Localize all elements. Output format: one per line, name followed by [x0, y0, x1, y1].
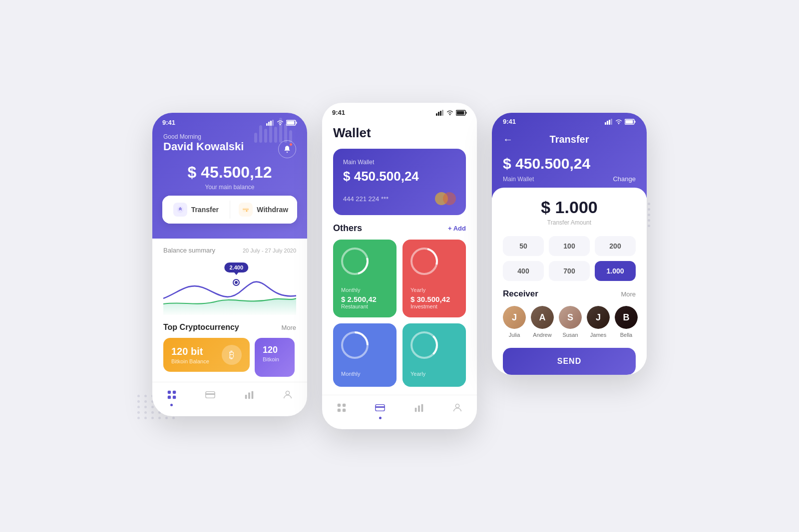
- svg-rect-15: [173, 396, 176, 399]
- status-time-1: 9:41: [162, 119, 175, 126]
- receiver-name-bella: Bella: [620, 332, 632, 338]
- receiver-more[interactable]: More: [621, 290, 636, 298]
- transfer-change-button[interactable]: Change: [613, 175, 636, 183]
- svg-point-21: [286, 391, 290, 395]
- bitcoin-icon: ₿: [222, 345, 242, 365]
- wifi-icon-2: [446, 110, 453, 116]
- svg-rect-23: [438, 112, 439, 116]
- receiver-bella[interactable]: B Bella: [615, 306, 638, 338]
- transfer-svg: [176, 206, 184, 214]
- svg-rect-30: [338, 404, 341, 407]
- monthly-label: Monthly: [341, 287, 389, 293]
- amount-chip-700[interactable]: 700: [549, 261, 590, 281]
- phone-wallet: 9:41: [322, 103, 477, 429]
- add-button[interactable]: + Add: [448, 225, 466, 232]
- wallet-item-yearly-investment[interactable]: Yearly $ 30.500,42 Investment: [402, 240, 466, 317]
- avatar-susan: S: [559, 306, 582, 329]
- monthly-ring-2: [341, 331, 369, 359]
- battery-icon-3: [625, 119, 636, 125]
- crypto-header: Top Cryptocurrency More: [163, 323, 296, 332]
- amount-chip-1000[interactable]: 1.000: [595, 261, 636, 281]
- bitcoin-card: 120 bit Bitkoin Balance ₿: [163, 338, 250, 372]
- yearly-ring-2: [410, 331, 438, 359]
- receiver-james[interactable]: J James: [587, 306, 610, 338]
- crypto-more[interactable]: More: [281, 324, 296, 331]
- nav-chart[interactable]: [244, 389, 255, 406]
- nav-card-2[interactable]: [375, 402, 386, 419]
- wallet-card-number: 444 221 224 ***: [343, 192, 456, 205]
- nav-home[interactable]: [166, 389, 177, 406]
- dashboard-body: Balance summary 20 July - 27 July 2020 2…: [152, 239, 307, 377]
- receiver-name-andrew: Andrew: [533, 332, 551, 338]
- wallet-item-yearly-2[interactable]: Yearly: [402, 323, 466, 387]
- withdraw-button[interactable]: Withdraw: [230, 196, 298, 224]
- amount-chip-200[interactable]: 200: [595, 236, 636, 256]
- avatar-andrew: A: [531, 306, 554, 329]
- svg-rect-35: [376, 406, 385, 408]
- receiver-section: Receiver More J Julia A: [503, 289, 636, 338]
- send-button[interactable]: SEND: [503, 348, 636, 375]
- nav-home-2[interactable]: [336, 402, 347, 419]
- avatar-james: J: [587, 306, 610, 329]
- amount-chip-100[interactable]: 100: [549, 236, 590, 256]
- svg-rect-28: [457, 111, 464, 114]
- wallet-card: Main Wallet $ 450.500,24 444 221 224 ***: [333, 149, 466, 215]
- nav-card[interactable]: [205, 389, 216, 406]
- receiver-andrew[interactable]: A Andrew: [531, 306, 554, 338]
- nav-chart-2[interactable]: [413, 402, 424, 419]
- transfer-body: $ 1.000 Transfer Amount 50 100 200 400 7…: [492, 188, 647, 375]
- home-nav-icon: [166, 389, 177, 400]
- chart-date: 20 July - 27 July 2020: [243, 248, 296, 254]
- receiver-julia[interactable]: J Julia: [503, 306, 526, 338]
- home-icon-2: [336, 402, 347, 413]
- crypto-section: Top Cryptocurrency More 120 bit Bitkoin …: [163, 315, 296, 377]
- svg-rect-32: [338, 409, 341, 412]
- monthly-amount: $ 2.500,42: [341, 295, 389, 303]
- chart-tooltip: 2.400: [225, 263, 249, 272]
- others-title: Others: [333, 223, 362, 234]
- svg-rect-31: [343, 404, 346, 407]
- balance-amount: $ 45.500,12: [152, 163, 307, 182]
- bell-button[interactable]: [278, 140, 296, 158]
- svg-rect-10: [243, 209, 249, 210]
- transfer-wallet-row: Main Wallet Change: [503, 175, 636, 183]
- svg-point-44: [618, 123, 620, 124]
- card-chip: [435, 192, 456, 205]
- ring-fill-2: [405, 243, 443, 280]
- svg-point-11: [246, 210, 248, 212]
- svg-rect-46: [626, 120, 633, 123]
- withdraw-label: Withdraw: [257, 206, 288, 214]
- chart-icon-2: [413, 402, 424, 413]
- svg-rect-14: [168, 396, 171, 399]
- receiver-susan[interactable]: S Susan: [559, 306, 582, 338]
- chart-nav-icon: [244, 389, 255, 400]
- amount-chip-50[interactable]: 50: [503, 236, 544, 256]
- signal-icon-2: [436, 110, 444, 116]
- crypto-label: Bitkoin Balance: [171, 358, 209, 364]
- wallet-header: Wallet: [322, 116, 477, 149]
- svg-rect-38: [421, 404, 423, 412]
- wallet-item-monthly-2[interactable]: Monthly: [333, 323, 397, 387]
- crypto-value-2: 120: [263, 345, 287, 355]
- amount-chip-400[interactable]: 400: [503, 261, 544, 281]
- bottom-nav-1: [152, 382, 307, 416]
- transfer-icon: [173, 203, 187, 217]
- card-nav-icon: [205, 389, 216, 400]
- back-button[interactable]: ←: [503, 134, 513, 145]
- transfer-label: Transfer: [191, 206, 219, 214]
- wallet-item-monthly-restaurant[interactable]: Monthly $ 2.500,42 Restaurant: [333, 240, 397, 317]
- balance-section: $ 45.500,12 Your main balance: [152, 153, 307, 196]
- yearly-ring: [410, 248, 438, 275]
- nav-profile[interactable]: [282, 389, 293, 406]
- chart-section: Balance summary 20 July - 27 July 2020 2…: [163, 239, 296, 315]
- transfer-header: 9:41: [492, 113, 647, 198]
- nav-profile-2[interactable]: [452, 402, 463, 419]
- svg-rect-33: [343, 409, 346, 412]
- phone-transfer: 9:41: [492, 113, 647, 375]
- avatar-julia: J: [503, 306, 526, 329]
- transfer-button[interactable]: Transfer: [162, 196, 230, 224]
- status-time-3: 9:41: [503, 118, 516, 125]
- svg-rect-47: [635, 121, 636, 123]
- status-time-2: 9:41: [332, 109, 345, 116]
- yearly-name: Investment: [410, 303, 458, 309]
